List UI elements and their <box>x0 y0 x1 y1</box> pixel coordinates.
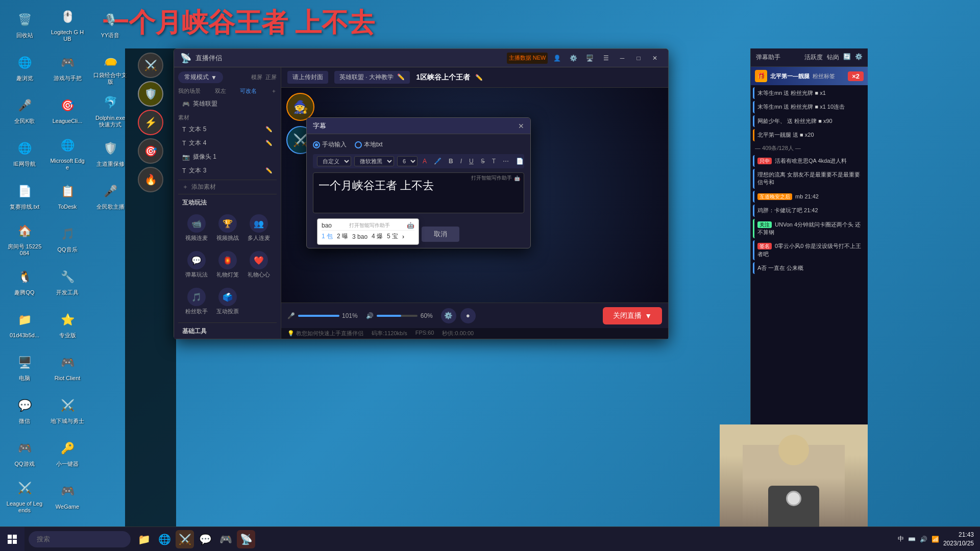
desktop-icon-logitech[interactable]: 🖱️ Logitech G HUB <box>47 4 88 45</box>
minimize-btn[interactable]: ─ <box>615 53 629 64</box>
menu-icon[interactable]: ☰ <box>599 53 613 64</box>
candidate-4[interactable]: 4 爆 <box>372 232 383 241</box>
edit-title-icon[interactable]: ✏️ <box>475 74 483 81</box>
tool-gift-heart[interactable]: ❤️ 礼物心心 <box>244 248 273 282</box>
taskbar-wechat-icon[interactable]: 💬 <box>196 530 214 548</box>
manual-input-option[interactable]: 手动输入 <box>313 140 347 149</box>
desktop-icon-qqmusic[interactable]: 🎵 QQ音乐 <box>47 218 88 259</box>
full-screen-btn[interactable]: 正屏 <box>265 73 277 81</box>
mic-slider[interactable] <box>298 315 339 317</box>
style-select[interactable]: 自定义 <box>317 156 351 166</box>
candidate-1[interactable]: 1 包 <box>322 232 333 241</box>
bold-btn[interactable]: B <box>447 157 455 166</box>
desktop-icon-riotclient[interactable]: 🎮 Riot Client <box>47 347 88 388</box>
desktop-icon-youxi[interactable]: 🎮 游戏与手把 <box>47 47 88 88</box>
taskbar-search[interactable] <box>29 531 131 547</box>
tool-vote[interactable]: 🗳️ 互动投票 <box>213 285 241 318</box>
close-btn[interactable]: ✕ <box>648 53 662 64</box>
desktop-icon-kaifatool[interactable]: 🔧 开发工具 <box>47 261 88 302</box>
strikethrough-btn[interactable]: S̶ <box>479 157 487 166</box>
edit-category-icon[interactable]: ✏️ <box>397 73 405 81</box>
candidate-5[interactable]: 5 宝 <box>387 232 398 241</box>
screen-icon[interactable]: 🖥️ <box>582 53 597 64</box>
desktop-icon-wangqiQQ[interactable]: 🐧 趣腾QQ <box>4 261 45 302</box>
ai-btn-small[interactable]: 🤖 <box>407 222 414 229</box>
desktop-icon-qbrowser[interactable]: 🌐 趣浏览 <box>4 47 45 88</box>
mode-select[interactable]: 常规模式 ▼ <box>178 71 223 83</box>
color-btn[interactable]: A <box>421 157 429 166</box>
add-element-btn[interactable]: ＋ 添加素材 <box>178 180 277 194</box>
avatar-btn[interactable]: 👤 <box>550 53 564 64</box>
ai-hint[interactable]: 打开智能写作助手 🤖 <box>471 174 520 182</box>
desktop-icon-dixia[interactable]: ⚔️ 地下城与勇士 <box>47 390 88 431</box>
record-btn[interactable]: ● <box>460 308 476 323</box>
desktop-icon-msedge[interactable]: 🌐 Microsoft Edge <box>47 133 88 173</box>
tool-gift-lamp[interactable]: 🏮 礼物灯笼 <box>213 248 241 282</box>
desktop-icon-quanmin[interactable]: 🎤 全民歌主播 <box>90 176 131 216</box>
desktop-icon-lol[interactable]: ⚔️ League of Legends <box>4 475 45 516</box>
element-text4[interactable]: T 文本 4 ✏️ <box>178 136 277 150</box>
rename-label[interactable]: 可改名 <box>240 87 257 95</box>
settings-icon[interactable]: ⚙️ <box>566 53 580 64</box>
local-txt-option[interactable]: 本地txt <box>355 140 383 149</box>
insert-btn[interactable]: 📄 <box>514 157 526 166</box>
bg-btn[interactable]: 🖊️ <box>432 157 444 166</box>
upload-cover-btn[interactable]: 请上传封面 <box>287 71 328 84</box>
desktop-icon-baoxian[interactable]: 🛡️ 主道重保修 <box>90 133 131 173</box>
desktop-icon-leagueclient[interactable]: 🎯 LeagueCli... <box>47 90 88 131</box>
desktop-icon-todolist[interactable]: 📋 ToDesk <box>47 176 88 216</box>
font-select[interactable]: 微软雅黑 <box>354 156 394 166</box>
edit-icon-2[interactable]: ✏️ <box>265 140 273 146</box>
end-stream-btn[interactable]: 关闭直播 ▼ <box>603 307 662 324</box>
dialog-close-btn[interactable]: ✕ <box>518 122 524 130</box>
audio-slider[interactable] <box>377 315 418 317</box>
split-screen-btn[interactable]: 模屏 <box>251 73 262 81</box>
taskbar-stream-icon[interactable]: 📡 <box>237 530 255 548</box>
desktop-icon-weixin[interactable]: 💬 微信 <box>4 390 45 431</box>
master-data-btn[interactable]: 主播数据 NEW <box>507 53 548 64</box>
more-candidates-btn[interactable]: › <box>402 233 404 240</box>
start-btn[interactable] <box>0 527 24 552</box>
desktop-icon-dolphin[interactable]: 🐬 Dolphin.exe 快速方式 <box>90 90 131 131</box>
desktop-icon-koujiao[interactable]: 👝 口袋经合中文版 <box>90 47 131 88</box>
desktop-icon-01d43b[interactable]: 📁 01d43b5d... <box>4 304 45 345</box>
refresh-icon[interactable]: 🔄 <box>843 53 851 62</box>
desktop-icon-xiao[interactable]: 🔑 小一键器 <box>47 433 88 473</box>
desktop-icon-qqgame[interactable]: 🎮 QQ游戏 <box>4 433 45 473</box>
desktop-icon-fullclient[interactable]: 🎤 全民K歌 <box>4 90 45 131</box>
settings-btn[interactable]: ⚙️ <box>441 308 456 323</box>
candidate-3[interactable]: 3 bao <box>352 233 368 240</box>
edit-icon-3[interactable]: ✏️ <box>265 167 273 174</box>
taskbar-lol-icon[interactable]: ⚔️ <box>176 530 194 548</box>
add-scene-btn[interactable]: ＋ <box>271 87 277 95</box>
desktop-icon-diandi[interactable]: 🖥️ 电脑 <box>4 347 45 388</box>
tool-multi[interactable]: 👥 多人连麦 <box>244 211 273 245</box>
more-btn[interactable]: ⋯ <box>501 157 511 166</box>
desktop-icon-weGame[interactable]: 🎮 WeGame <box>47 475 88 516</box>
tool-bullet[interactable]: 💬 弹幕玩法 <box>182 248 210 282</box>
cancel-btn[interactable]: 取消 <box>422 227 459 242</box>
shadow-btn[interactable]: T <box>490 157 498 166</box>
tool-challenge[interactable]: 🏆 视频挑战 <box>213 211 241 245</box>
desktop-icon-fubai[interactable]: 📄 复赛排线.txt <box>4 176 45 216</box>
maximize-btn[interactable]: □ <box>631 53 646 64</box>
size-select[interactable]: 64 <box>397 156 418 166</box>
settings-icon-panel[interactable]: ⚙️ <box>855 53 863 62</box>
desktop-icon-zhuanye[interactable]: ⭐ 专业版 <box>47 304 88 345</box>
tool-video-connect[interactable]: 📹 视频连麦 <box>182 211 210 245</box>
element-text3[interactable]: T 文本 3 ✏️ <box>178 164 277 178</box>
edit-icon[interactable]: ✏️ <box>265 126 273 133</box>
taskbar-edge-icon[interactable]: 🌐 <box>155 530 174 548</box>
underline-btn[interactable]: U <box>467 157 476 166</box>
candidate-2[interactable]: 2 曝 <box>337 232 348 241</box>
desktop-icon-recycle[interactable]: 🗑️ 回收站 <box>4 4 45 45</box>
tool-fans-song[interactable]: 🎵 粉丝歌手 <box>182 285 210 318</box>
desktop-icon-room[interactable]: 🏠 房间号 15225084 <box>4 218 45 259</box>
scene-lol[interactable]: 🎮 英雄联盟 <box>178 97 277 111</box>
desktop-icon-yy[interactable]: 🎙️ YY语音 <box>90 4 131 45</box>
element-camera1[interactable]: 📷 摄像头 1 <box>178 150 277 164</box>
desktop-icon-ienav[interactable]: 🌐 IE网导航 <box>4 133 45 173</box>
element-text5[interactable]: T 文本 5 ✏️ <box>178 122 277 136</box>
taskbar-game-icon[interactable]: 🎮 <box>216 530 235 548</box>
stream-category[interactable]: 英雄联盟 · 大神教学 ✏️ <box>334 71 410 84</box>
